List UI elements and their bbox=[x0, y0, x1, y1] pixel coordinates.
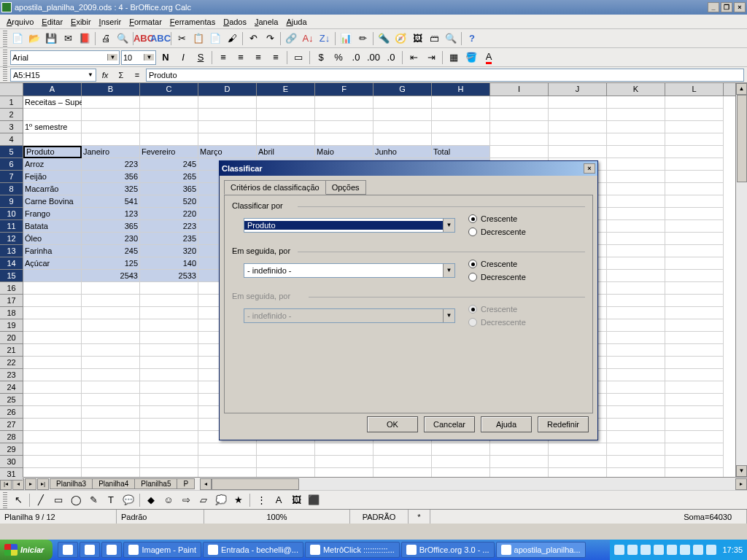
row-header-28[interactable]: 28 bbox=[0, 431, 23, 443]
name-box[interactable]: A5:H15 ▼ bbox=[10, 69, 96, 82]
minimize-button[interactable]: _ bbox=[708, 2, 719, 12]
add-decimal-icon[interactable]: .00 bbox=[365, 50, 382, 66]
cell-A5[interactable]: Produto bbox=[23, 146, 82, 158]
row-header-3[interactable]: 3 bbox=[0, 121, 23, 133]
cell-L23[interactable] bbox=[665, 369, 724, 381]
cell-L24[interactable] bbox=[665, 381, 724, 394]
email-icon[interactable]: ✉ bbox=[60, 31, 76, 47]
horizontal-scrollbar[interactable]: ◂ ▸ bbox=[200, 478, 747, 490]
cell-B3[interactable] bbox=[82, 121, 140, 133]
cell-B15[interactable]: 2543 bbox=[82, 270, 140, 282]
cell-B26[interactable] bbox=[82, 406, 140, 419]
cell-G2[interactable] bbox=[374, 109, 432, 121]
cell-A26[interactable] bbox=[23, 406, 82, 419]
taskbar-app[interactable]: Entrada - bechelli@... bbox=[203, 542, 303, 558]
cell-G29[interactable] bbox=[374, 443, 432, 456]
sort-asc-icon[interactable]: A↓ bbox=[300, 31, 316, 47]
cell-L5[interactable] bbox=[665, 146, 724, 158]
col-header-C[interactable]: C bbox=[140, 83, 198, 96]
cell-F29[interactable] bbox=[315, 443, 374, 456]
cell-B13[interactable]: 245 bbox=[82, 245, 140, 257]
cell-A15[interactable] bbox=[23, 270, 82, 282]
cell-I2[interactable] bbox=[490, 109, 549, 121]
cell-G31[interactable] bbox=[374, 468, 432, 477]
cell-A23[interactable] bbox=[23, 369, 82, 381]
cell-A12[interactable]: Óleo bbox=[23, 233, 82, 245]
cell-D30[interactable] bbox=[198, 456, 257, 468]
menu-exibir[interactable]: Exibir bbox=[67, 16, 95, 28]
row-header-14[interactable]: 14 bbox=[0, 257, 23, 270]
ok-button[interactable]: OK bbox=[367, 416, 418, 432]
row-header-9[interactable]: 9 bbox=[0, 195, 23, 208]
cell-C20[interactable] bbox=[140, 332, 198, 344]
cell-L16[interactable] bbox=[665, 282, 724, 295]
zoom-icon[interactable]: 🔍 bbox=[443, 31, 459, 47]
cell-I1[interactable] bbox=[490, 96, 549, 109]
cell-L7[interactable] bbox=[665, 171, 724, 183]
cell-B16[interactable] bbox=[82, 282, 140, 295]
cell-A18[interactable] bbox=[23, 307, 82, 319]
row-header-23[interactable]: 23 bbox=[0, 369, 23, 381]
cell-L10[interactable] bbox=[665, 208, 724, 220]
remove-decimal-icon[interactable]: .0 bbox=[383, 50, 399, 66]
cell-B28[interactable] bbox=[82, 431, 140, 443]
cell-K12[interactable] bbox=[607, 233, 665, 245]
tray-icon[interactable] bbox=[693, 545, 703, 555]
cell-C19[interactable] bbox=[140, 319, 198, 332]
col-header-A[interactable]: A bbox=[23, 83, 82, 96]
row-header-20[interactable]: 20 bbox=[0, 332, 23, 344]
cancel-button[interactable]: Cancelar bbox=[424, 416, 475, 432]
cell-B7[interactable]: 356 bbox=[82, 171, 140, 183]
row-header-27[interactable]: 27 bbox=[0, 419, 23, 431]
menu-ferramentas[interactable]: Ferramentas bbox=[166, 16, 219, 28]
cell-K6[interactable] bbox=[607, 158, 665, 171]
row-header-18[interactable]: 18 bbox=[0, 307, 23, 319]
basic-shapes-icon[interactable]: ◆ bbox=[143, 492, 159, 508]
freeform-icon[interactable]: ✎ bbox=[85, 492, 101, 508]
text-icon[interactable]: T bbox=[103, 492, 119, 508]
cell-E1[interactable] bbox=[257, 96, 315, 109]
cell-L30[interactable] bbox=[665, 456, 724, 468]
cell-L12[interactable] bbox=[665, 233, 724, 245]
cell-A22[interactable] bbox=[23, 357, 82, 369]
cell-A17[interactable] bbox=[23, 295, 82, 307]
cell-L15[interactable] bbox=[665, 270, 724, 282]
currency-icon[interactable]: $ bbox=[313, 50, 329, 66]
cell-K8[interactable] bbox=[607, 183, 665, 195]
quicklaunch-item[interactable] bbox=[101, 542, 122, 558]
font-name-combo[interactable]: Arial▼ bbox=[10, 50, 120, 65]
show-draw-icon[interactable]: ✏ bbox=[355, 31, 371, 47]
row-header-22[interactable]: 22 bbox=[0, 357, 23, 369]
cell-J2[interactable] bbox=[549, 109, 607, 121]
cell-K29[interactable] bbox=[607, 443, 665, 456]
cell-K11[interactable] bbox=[607, 220, 665, 233]
cell-B9[interactable]: 541 bbox=[82, 195, 140, 208]
taskbar-app[interactable]: MetrôClick :::::::::::... bbox=[305, 542, 400, 558]
cell-B12[interactable]: 230 bbox=[82, 233, 140, 245]
cell-C24[interactable] bbox=[140, 381, 198, 394]
scroll-thumb[interactable] bbox=[212, 478, 299, 490]
cell-K17[interactable] bbox=[607, 295, 665, 307]
sheet-tab[interactable]: Planilha5 bbox=[134, 478, 177, 489]
cell-C3[interactable] bbox=[140, 121, 198, 133]
cell-K27[interactable] bbox=[607, 419, 665, 431]
cell-C29[interactable] bbox=[140, 443, 198, 456]
toolbar-grip[interactable] bbox=[3, 31, 7, 47]
cell-C22[interactable] bbox=[140, 357, 198, 369]
taskbar-app[interactable]: apostila_planilha... bbox=[496, 542, 586, 558]
tray-icon[interactable] bbox=[654, 545, 664, 555]
row-header-30[interactable]: 30 bbox=[0, 456, 23, 468]
ellipse-icon[interactable]: ◯ bbox=[68, 492, 84, 508]
restore-button[interactable]: ❐ bbox=[721, 2, 732, 12]
cell-C1[interactable] bbox=[140, 96, 198, 109]
col-header-F[interactable]: F bbox=[315, 83, 374, 96]
row-header-1[interactable]: 1 bbox=[0, 96, 23, 109]
cell-C26[interactable] bbox=[140, 406, 198, 419]
close-button[interactable]: × bbox=[734, 2, 746, 12]
menubar[interactable]: ArquivoEditarExibirInserirFormatarFerram… bbox=[0, 15, 747, 29]
row-header-31[interactable]: 31 bbox=[0, 468, 23, 481]
cell-I3[interactable] bbox=[490, 121, 549, 133]
cell-A8[interactable]: Macarrão bbox=[23, 183, 82, 195]
stars-icon[interactable]: ★ bbox=[231, 492, 247, 508]
scroll-left-icon[interactable]: ◂ bbox=[200, 478, 212, 490]
